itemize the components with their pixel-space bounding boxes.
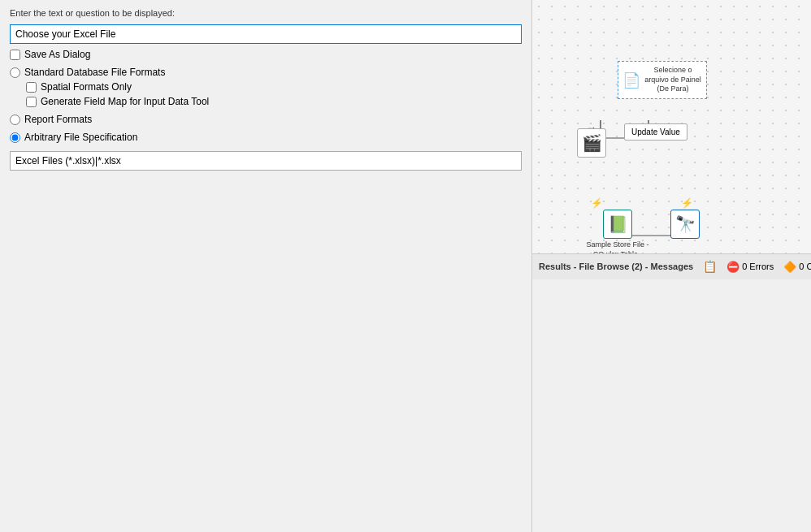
table-icon: 📋 (703, 260, 717, 273)
arbitrary-label: Arbitrary File Specification (24, 132, 137, 143)
error-icon: ⛔ (726, 261, 739, 273)
save-as-dialog-label: Save As Dialog (24, 49, 90, 60)
standard-db-section: Standard Database File Formats Spatial F… (10, 65, 522, 107)
question-text-input[interactable] (10, 24, 522, 44)
save-as-dialog-row: Save As Dialog (10, 49, 522, 60)
update-value-label: Update Value (631, 128, 680, 136)
spatial-formats-label: Spatial Formats Only (41, 81, 132, 93)
prompt-label: Enter the text or question to be display… (10, 8, 522, 18)
file-filter-input[interactable] (10, 151, 522, 171)
browse-icon-box: 🔭 (670, 210, 700, 239)
report-formats-label: Report Formats (24, 114, 92, 125)
bottom-area (532, 279, 811, 533)
report-formats-radio[interactable] (10, 115, 20, 125)
panel-node-label: Selecione o arquivo de Painel (De Para) (644, 66, 702, 94)
save-as-dialog-checkbox[interactable] (10, 50, 20, 60)
arbitrary-row: Arbitrary File Specification (10, 132, 522, 143)
document-icon: 📄 (622, 71, 640, 89)
right-panel: 📄 Selecione o arquivo de Painel (De Para… (532, 0, 811, 532)
browse-node[interactable]: 🔭 (670, 210, 700, 239)
video-node[interactable]: 🎬 (577, 128, 606, 158)
errors-label: 0 Errors (742, 262, 774, 271)
generate-field-map-row: Generate Field Map for Input Data Tool (26, 96, 522, 107)
spatial-formats-row: Spatial Formats Only (26, 81, 522, 93)
results-bar: Results - File Browse (2) - Messages 📋 ⛔… (532, 253, 811, 279)
workflow-canvas[interactable]: 📄 Selecione o arquivo de Painel (De Para… (532, 0, 811, 253)
lightning-icon-1: ⚡ (591, 197, 603, 209)
generate-field-map-label: Generate Field Map for Input Data Tool (41, 96, 209, 107)
conv-errors-label: 0 Conv Errors (799, 262, 811, 271)
store-node[interactable]: 📗 Sample Store File - CO.xlsx Table= 'Sh… (577, 210, 658, 253)
panel-node-box: 📄 Selecione o arquivo de Painel (De Para… (618, 61, 707, 99)
standard-db-options: Spatial Formats Only Generate Field Map … (26, 81, 522, 107)
lightning-icon-2: ⚡ (681, 197, 693, 209)
store-icon-box: 📗 (603, 210, 632, 239)
generate-field-map-checkbox[interactable] (26, 97, 37, 107)
standard-db-radio[interactable] (10, 67, 20, 78)
arbitrary-radio[interactable] (10, 132, 20, 143)
results-title: Results - File Browse (2) - Messages (539, 262, 693, 271)
errors-item: ⛔ 0 Errors (726, 261, 774, 273)
panel-node[interactable]: 📄 Selecione o arquivo de Painel (De Para… (618, 61, 707, 99)
binoculars-icon: 🔭 (675, 214, 696, 234)
report-formats-row: Report Formats (10, 114, 522, 125)
conv-error-icon: 🔶 (783, 261, 796, 273)
left-panel: Enter the text or question to be display… (0, 0, 532, 532)
update-value-node[interactable]: Update Value (624, 123, 687, 141)
store-node-label: Sample Store File - CO.xlsx Table= 'Shee… (577, 240, 658, 253)
conv-errors-item: 🔶 0 Conv Errors (783, 261, 811, 273)
spatial-formats-checkbox[interactable] (26, 82, 37, 93)
standard-db-label: Standard Database File Formats (24, 67, 165, 78)
video-icon-box: 🎬 (577, 128, 606, 158)
book-icon: 📗 (608, 214, 628, 234)
film-icon: 🎬 (582, 133, 602, 153)
standard-db-row: Standard Database File Formats (10, 67, 522, 78)
